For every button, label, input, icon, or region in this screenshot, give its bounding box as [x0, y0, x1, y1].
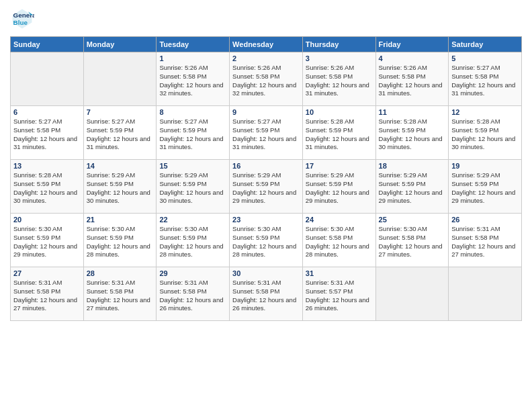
day-number: 14	[87, 162, 154, 170]
day-info: Sunrise: 5:28 AM Sunset: 5:59 PM Dayligh…	[379, 118, 446, 152]
day-info: Sunrise: 5:31 AM Sunset: 5:58 PM Dayligh…	[13, 279, 81, 313]
day-number: 1	[159, 54, 226, 62]
calendar-week-row: 20Sunrise: 5:30 AM Sunset: 5:59 PM Dayli…	[11, 214, 522, 267]
day-number: 17	[306, 162, 373, 170]
calendar-day-cell: 25Sunrise: 5:30 AM Sunset: 5:58 PM Dayli…	[375, 214, 449, 267]
day-info: Sunrise: 5:31 AM Sunset: 5:58 PM Dayligh…	[87, 279, 154, 313]
day-info: Sunrise: 5:31 AM Sunset: 5:58 PM Dayligh…	[232, 279, 300, 313]
calendar-day-cell: 20Sunrise: 5:30 AM Sunset: 5:59 PM Dayli…	[11, 214, 84, 267]
logo: General Blue	[10, 7, 37, 31]
day-info: Sunrise: 5:27 AM Sunset: 5:59 PM Dayligh…	[87, 118, 154, 152]
calendar-day-cell: 10Sunrise: 5:28 AM Sunset: 5:59 PM Dayli…	[302, 106, 375, 160]
day-info: Sunrise: 5:29 AM Sunset: 5:59 PM Dayligh…	[87, 171, 154, 205]
day-number: 21	[87, 216, 154, 224]
calendar-day-cell: 5Sunrise: 5:27 AM Sunset: 5:58 PM Daylig…	[449, 52, 522, 106]
calendar-week-row: 1Sunrise: 5:26 AM Sunset: 5:58 PM Daylig…	[11, 52, 522, 106]
calendar-day-cell: 9Sunrise: 5:27 AM Sunset: 5:59 PM Daylig…	[230, 106, 303, 160]
day-info: Sunrise: 5:30 AM Sunset: 5:59 PM Dayligh…	[159, 225, 226, 259]
calendar-day-cell: 17Sunrise: 5:29 AM Sunset: 5:59 PM Dayli…	[302, 160, 375, 214]
day-number: 28	[87, 269, 154, 277]
day-info: Sunrise: 5:26 AM Sunset: 5:58 PM Dayligh…	[232, 64, 300, 98]
calendar-week-row: 6Sunrise: 5:27 AM Sunset: 5:58 PM Daylig…	[11, 106, 522, 160]
day-number: 13	[13, 162, 81, 170]
day-info: Sunrise: 5:28 AM Sunset: 5:59 PM Dayligh…	[306, 118, 373, 152]
svg-text:General: General	[13, 11, 35, 19]
day-info: Sunrise: 5:26 AM Sunset: 5:58 PM Dayligh…	[159, 64, 226, 98]
calendar-day-cell: 21Sunrise: 5:30 AM Sunset: 5:59 PM Dayli…	[83, 214, 157, 267]
day-number: 4	[379, 54, 446, 62]
calendar-day-cell: 13Sunrise: 5:28 AM Sunset: 5:59 PM Dayli…	[11, 160, 84, 214]
day-info: Sunrise: 5:31 AM Sunset: 5:57 PM Dayligh…	[306, 279, 373, 313]
calendar-day-cell: 12Sunrise: 5:28 AM Sunset: 5:59 PM Dayli…	[449, 106, 522, 160]
day-info: Sunrise: 5:29 AM Sunset: 5:59 PM Dayligh…	[306, 171, 373, 205]
calendar-day-cell: 19Sunrise: 5:29 AM Sunset: 5:59 PM Dayli…	[449, 160, 522, 214]
day-number: 20	[13, 216, 81, 224]
day-number: 24	[306, 216, 373, 224]
weekday-header-cell: Sunday	[11, 37, 84, 52]
calendar-day-cell	[83, 52, 157, 106]
weekday-header-cell: Monday	[83, 37, 157, 52]
weekday-header-row: SundayMondayTuesdayWednesdayThursdayFrid…	[11, 37, 522, 52]
day-number: 9	[232, 108, 300, 116]
day-info: Sunrise: 5:29 AM Sunset: 5:59 PM Dayligh…	[379, 171, 446, 205]
day-number: 27	[13, 269, 81, 277]
day-number: 19	[451, 162, 519, 170]
day-info: Sunrise: 5:27 AM Sunset: 5:58 PM Dayligh…	[13, 118, 81, 152]
calendar-day-cell: 29Sunrise: 5:31 AM Sunset: 5:58 PM Dayli…	[157, 267, 230, 321]
day-info: Sunrise: 5:31 AM Sunset: 5:58 PM Dayligh…	[451, 225, 519, 259]
calendar-day-cell: 3Sunrise: 5:26 AM Sunset: 5:58 PM Daylig…	[302, 52, 375, 106]
calendar-day-cell: 27Sunrise: 5:31 AM Sunset: 5:58 PM Dayli…	[11, 267, 84, 321]
day-number: 30	[232, 269, 300, 277]
calendar-week-row: 27Sunrise: 5:31 AM Sunset: 5:58 PM Dayli…	[11, 267, 522, 321]
page-header: General Blue	[10, 7, 522, 31]
day-number: 10	[306, 108, 373, 116]
day-number: 18	[379, 162, 446, 170]
day-info: Sunrise: 5:30 AM Sunset: 5:59 PM Dayligh…	[232, 225, 300, 259]
day-number: 5	[451, 54, 519, 62]
calendar-week-row: 13Sunrise: 5:28 AM Sunset: 5:59 PM Dayli…	[11, 160, 522, 214]
calendar-day-cell: 30Sunrise: 5:31 AM Sunset: 5:58 PM Dayli…	[230, 267, 303, 321]
day-info: Sunrise: 5:29 AM Sunset: 5:59 PM Dayligh…	[159, 171, 226, 205]
calendar-day-cell: 2Sunrise: 5:26 AM Sunset: 5:58 PM Daylig…	[230, 52, 303, 106]
day-info: Sunrise: 5:30 AM Sunset: 5:59 PM Dayligh…	[87, 225, 154, 259]
day-number: 31	[306, 269, 373, 277]
day-info: Sunrise: 5:29 AM Sunset: 5:59 PM Dayligh…	[451, 171, 519, 205]
logo-icon: General Blue	[10, 7, 34, 31]
day-number: 2	[232, 54, 300, 62]
weekday-header-cell: Thursday	[302, 37, 375, 52]
day-info: Sunrise: 5:27 AM Sunset: 5:59 PM Dayligh…	[159, 118, 226, 152]
calendar-day-cell: 15Sunrise: 5:29 AM Sunset: 5:59 PM Dayli…	[157, 160, 230, 214]
calendar-day-cell: 31Sunrise: 5:31 AM Sunset: 5:57 PM Dayli…	[302, 267, 375, 321]
day-info: Sunrise: 5:31 AM Sunset: 5:58 PM Dayligh…	[159, 279, 226, 313]
day-number: 3	[306, 54, 373, 62]
day-info: Sunrise: 5:26 AM Sunset: 5:58 PM Dayligh…	[379, 64, 446, 98]
calendar-table: SundayMondayTuesdayWednesdayThursdayFrid…	[10, 36, 522, 321]
day-info: Sunrise: 5:28 AM Sunset: 5:59 PM Dayligh…	[451, 118, 519, 152]
day-number: 22	[159, 216, 226, 224]
calendar-day-cell: 4Sunrise: 5:26 AM Sunset: 5:58 PM Daylig…	[375, 52, 449, 106]
calendar-day-cell: 18Sunrise: 5:29 AM Sunset: 5:59 PM Dayli…	[375, 160, 449, 214]
calendar-day-cell	[11, 52, 84, 106]
weekday-header-cell: Saturday	[449, 37, 522, 52]
day-number: 26	[451, 216, 519, 224]
calendar-day-cell	[449, 267, 522, 321]
calendar-day-cell: 22Sunrise: 5:30 AM Sunset: 5:59 PM Dayli…	[157, 214, 230, 267]
day-info: Sunrise: 5:27 AM Sunset: 5:59 PM Dayligh…	[232, 118, 300, 152]
day-info: Sunrise: 5:26 AM Sunset: 5:58 PM Dayligh…	[306, 64, 373, 98]
calendar-day-cell: 16Sunrise: 5:29 AM Sunset: 5:59 PM Dayli…	[230, 160, 303, 214]
calendar-day-cell: 6Sunrise: 5:27 AM Sunset: 5:58 PM Daylig…	[11, 106, 84, 160]
day-info: Sunrise: 5:30 AM Sunset: 5:58 PM Dayligh…	[306, 225, 373, 259]
day-number: 16	[232, 162, 300, 170]
day-number: 25	[379, 216, 446, 224]
calendar-day-cell: 8Sunrise: 5:27 AM Sunset: 5:59 PM Daylig…	[157, 106, 230, 160]
day-info: Sunrise: 5:30 AM Sunset: 5:59 PM Dayligh…	[13, 225, 81, 259]
calendar-day-cell: 26Sunrise: 5:31 AM Sunset: 5:58 PM Dayli…	[449, 214, 522, 267]
calendar-day-cell: 7Sunrise: 5:27 AM Sunset: 5:59 PM Daylig…	[83, 106, 157, 160]
day-number: 6	[13, 108, 81, 116]
day-number: 8	[159, 108, 226, 116]
day-info: Sunrise: 5:28 AM Sunset: 5:59 PM Dayligh…	[13, 171, 81, 205]
calendar-day-cell	[375, 267, 449, 321]
day-number: 7	[87, 108, 154, 116]
day-number: 12	[451, 108, 519, 116]
day-number: 15	[159, 162, 226, 170]
